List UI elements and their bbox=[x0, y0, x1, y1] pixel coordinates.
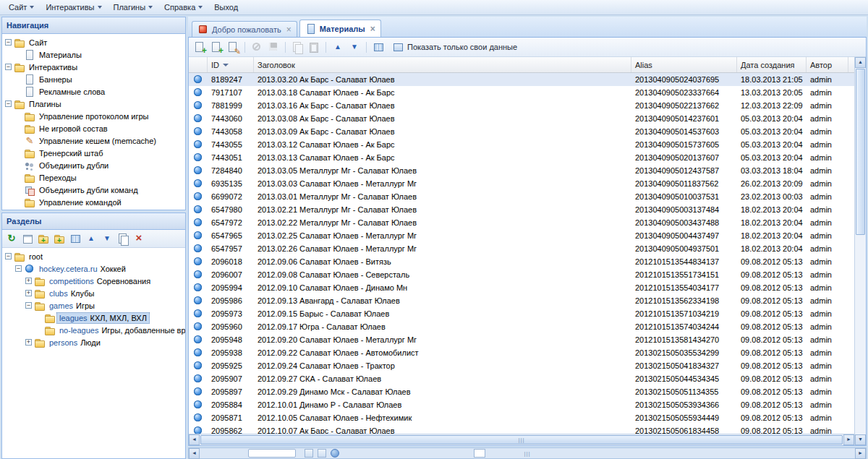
tree-item-non-game-roster[interactable]: Не игровой состав bbox=[2, 122, 185, 134]
sections-view-button[interactable] bbox=[20, 231, 35, 246]
table-row[interactable]: 69351352013.03.03 Салават Юлаев - Металл… bbox=[189, 177, 854, 190]
table-row[interactable]: 65479722013.02.22 Металлург Мг - Салават… bbox=[189, 216, 854, 229]
table-row[interactable]: 66990722013.03.01 Металлург Мг - Салават… bbox=[189, 190, 854, 203]
horizontal-scroll-thumb[interactable]: ||| bbox=[200, 435, 843, 445]
tree-item-games[interactable]: −gamesИгры bbox=[2, 299, 185, 312]
scroll-right-button[interactable]: ► bbox=[843, 434, 854, 445]
toolbar-columns-button[interactable] bbox=[371, 40, 386, 54]
collapse-toggle-icon[interactable]: − bbox=[25, 302, 32, 309]
bottom-scroll-left-button[interactable]: ◄ bbox=[189, 448, 200, 459]
sections-copy-button[interactable] bbox=[116, 231, 130, 246]
tab-materials[interactable]: Материалы× bbox=[299, 20, 381, 37]
footer-refresh-icon[interactable] bbox=[331, 449, 339, 458]
collapse-toggle-icon[interactable]: − bbox=[5, 253, 12, 259]
tree-item-merge-duplicates[interactable]: Объединить дубли bbox=[2, 159, 185, 171]
collapse-toggle-icon[interactable]: − bbox=[5, 64, 12, 70]
table-row[interactable]: 20960182012.09.06 Салават Юлаев - Витязь… bbox=[189, 255, 854, 268]
scroll-left-button[interactable]: ◄ bbox=[189, 434, 200, 445]
collapse-toggle-icon[interactable]: − bbox=[5, 100, 12, 107]
toolbar-move-down-button[interactable] bbox=[347, 40, 362, 54]
bottom-scrollbar[interactable]: ◄ ||| ► bbox=[188, 447, 867, 459]
table-row[interactable]: 72848402013.03.05 Металлург Мг - Салават… bbox=[189, 164, 854, 177]
sections-properties-button[interactable] bbox=[68, 231, 82, 246]
grid-vertical-scrollbar[interactable]: ▲ ▼ bbox=[854, 57, 866, 445]
tree-item-merge-team-duplicates[interactable]: Объединить дубли команд bbox=[2, 184, 185, 196]
footer-button-1[interactable] bbox=[305, 449, 313, 458]
expand-toggle-icon[interactable]: + bbox=[25, 339, 32, 346]
table-row[interactable]: 74430582013.03.09 Ак Барс - Салават Юлае… bbox=[189, 125, 854, 138]
toolbar-add-alt-button[interactable] bbox=[209, 40, 224, 54]
table-row[interactable]: 65479802013.02.21 Металлург Мг - Салават… bbox=[189, 203, 854, 216]
menu-item-help[interactable]: Справка bbox=[158, 1, 208, 14]
table-row[interactable]: 20958712012.10.05 Салават Юлаев - Нефтех… bbox=[189, 411, 854, 424]
tree-item-memcache[interactable]: Управление кешем (memcache) bbox=[2, 134, 185, 147]
menu-item-site[interactable]: Сайт bbox=[3, 1, 40, 14]
column-header-title[interactable]: Заголовок bbox=[254, 57, 631, 72]
footer-button-2[interactable] bbox=[318, 449, 326, 458]
table-row[interactable]: 20959072012.09.27 СКА - Салават Юлаев201… bbox=[189, 372, 854, 385]
column-header-icon[interactable] bbox=[189, 57, 208, 72]
tree-item-persons[interactable]: +personsЛюди bbox=[2, 336, 185, 348]
menu-item-logout[interactable]: Выход bbox=[208, 1, 244, 14]
show-own-data-toggle[interactable]: Показать только свои данные bbox=[392, 41, 517, 53]
menu-item-plugins[interactable]: Плагины bbox=[108, 1, 159, 14]
tree-item-hockey[interactable]: −hockey.cetera.ruХоккей bbox=[2, 262, 185, 275]
vertical-scroll-thumb[interactable] bbox=[856, 69, 865, 235]
table-row[interactable]: 78819992013.03.16 Ак Барс - Салават Юлае… bbox=[189, 99, 854, 112]
footer-select[interactable] bbox=[248, 449, 296, 458]
table-row[interactable]: 20959382012.09.22 Салават Юлаев - Автомо… bbox=[189, 346, 854, 359]
table-row[interactable]: 20959252012.09.24 Салават Юлаев - Тракто… bbox=[189, 359, 854, 372]
table-row[interactable]: 20958622012.10.07 Ак Барс - Салават Юлае… bbox=[189, 424, 854, 434]
sections-move-down-button[interactable] bbox=[100, 231, 114, 246]
toolbar-move-up-button[interactable] bbox=[331, 40, 345, 54]
table-row[interactable]: 74430602013.03.08 Ак Барс - Салават Юлае… bbox=[189, 112, 854, 125]
expand-toggle-icon[interactable]: + bbox=[25, 278, 32, 284]
tab-close-icon[interactable]: × bbox=[370, 25, 375, 33]
tab-welcome[interactable]: Добро пожаловать× bbox=[192, 21, 297, 37]
table-row[interactable]: 74430512013.03.13 Салават Юлаев - Ак Бар… bbox=[189, 151, 854, 164]
table-row[interactable]: 79171072013.03.18 Салават Юлаев - Ак Бар… bbox=[189, 86, 854, 99]
tree-item-plugins[interactable]: −Плагины bbox=[2, 98, 185, 110]
table-row[interactable]: 74430552013.03.12 Салават Юлаев - Ак Бар… bbox=[189, 138, 854, 151]
table-row[interactable]: 20959482012.09.20 Салават Юлаев - Металл… bbox=[189, 333, 854, 346]
scroll-down-button[interactable]: ▼ bbox=[855, 434, 866, 445]
tree-item-coaching-staff[interactable]: Тренерский штаб bbox=[2, 147, 185, 159]
sections-delete-button[interactable] bbox=[132, 231, 146, 246]
tree-item-ad-words[interactable]: Рекламные слова bbox=[2, 85, 185, 98]
tree-item-site[interactable]: −Сайт bbox=[2, 36, 185, 48]
toolbar-add-button[interactable] bbox=[192, 40, 207, 54]
collapse-toggle-icon[interactable]: − bbox=[5, 39, 12, 46]
tree-item-competitions[interactable]: +competitionsСоревнования bbox=[2, 275, 185, 287]
grid-horizontal-scrollbar[interactable]: ◄ ||| ► bbox=[189, 434, 854, 445]
tab-close-icon[interactable]: × bbox=[286, 25, 292, 34]
table-row[interactable]: 20959942012.09.10 Салават Юлаев - Динамо… bbox=[189, 281, 854, 294]
table-row[interactable]: 65479572013.02.26 Салават Юлаев - Металл… bbox=[189, 242, 854, 255]
sections-add-section-button[interactable] bbox=[36, 231, 51, 246]
tree-item-game-protocol[interactable]: Управление протоколом игры bbox=[2, 110, 185, 122]
column-header-id[interactable]: ID bbox=[208, 57, 254, 72]
tree-item-no-leagues[interactable]: no-leaguesИгры, добавленные вручную bbox=[2, 324, 185, 336]
table-row[interactable]: 20959862012.09.13 Авангард - Салават Юла… bbox=[189, 294, 854, 307]
tree-item-team-management[interactable]: Управление командой bbox=[2, 196, 185, 208]
scroll-up-button[interactable]: ▲ bbox=[855, 57, 866, 68]
tree-item-leagues[interactable]: leaguesКХЛ, МХЛ, ВХЛ bbox=[2, 312, 185, 324]
tree-item-transitions[interactable]: Переходы bbox=[2, 171, 185, 184]
toolbar-edit-button[interactable] bbox=[226, 40, 240, 54]
table-row[interactable]: 20958842012.10.01 Динамо Р - Салават Юла… bbox=[189, 398, 854, 411]
sections-move-up-button[interactable] bbox=[84, 231, 98, 246]
sections-refresh-button[interactable] bbox=[4, 231, 19, 246]
table-row[interactable]: 81892472013.03.20 Ак Барс - Салават Юлае… bbox=[189, 73, 854, 86]
menu-item-interactives[interactable]: Интерактивы bbox=[40, 1, 107, 14]
table-row[interactable]: 20960072012.09.08 Салават Юлаев - Северс… bbox=[189, 268, 854, 281]
expand-toggle-icon[interactable]: + bbox=[25, 290, 32, 296]
collapse-toggle-icon[interactable]: − bbox=[15, 265, 22, 272]
tree-item-materials[interactable]: Материалы bbox=[2, 48, 185, 61]
column-header-author[interactable]: Автор bbox=[807, 57, 848, 72]
bottom-scroll-right-button[interactable]: ► bbox=[855, 448, 866, 459]
tree-item-interactives[interactable]: −Интерактивы bbox=[2, 61, 185, 73]
column-header-alias[interactable]: Alias bbox=[631, 57, 737, 72]
table-row[interactable]: 20958972012.09.29 Динамо Мск - Салават Ю… bbox=[189, 385, 854, 398]
table-row[interactable]: 20959732012.09.15 Барыс - Салават Юлаев2… bbox=[189, 307, 854, 320]
tree-item-clubs[interactable]: +clubsКлубы bbox=[2, 287, 185, 299]
table-row[interactable]: 20959602012.09.17 Югра - Салават Юлаев20… bbox=[189, 320, 854, 333]
